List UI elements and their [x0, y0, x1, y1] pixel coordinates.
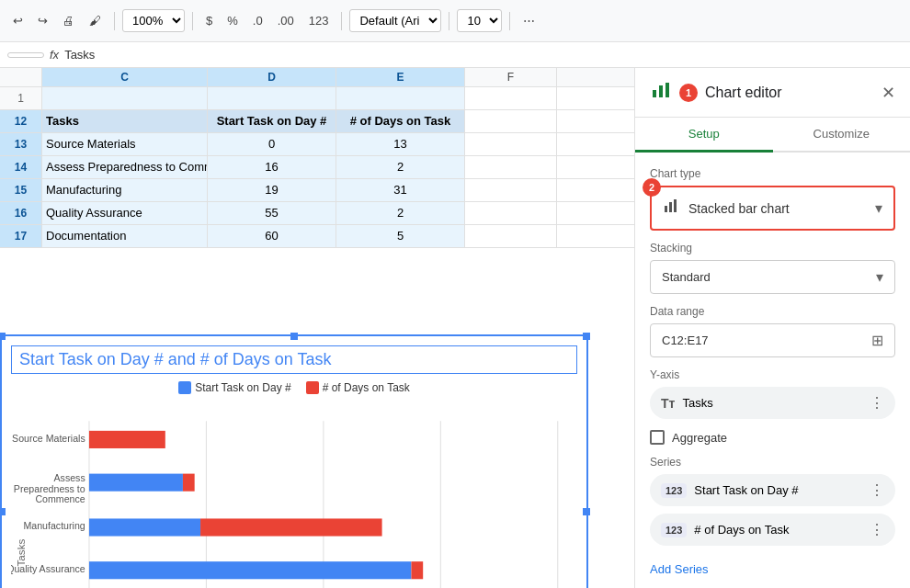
- series-badge-0: 123: [661, 483, 687, 498]
- cell-d17[interactable]: 60: [208, 225, 336, 247]
- legend-label-red: # of Days on Task: [323, 381, 410, 394]
- cell-c17[interactable]: Documentation: [42, 225, 208, 247]
- series-item-1[interactable]: 123 # of Days on Task ⋮: [650, 514, 895, 546]
- data-range-field[interactable]: C12:E17 ⊞: [650, 323, 895, 357]
- svg-rect-34: [674, 199, 677, 212]
- cell-c15[interactable]: Manufacturing: [42, 179, 208, 201]
- cell-e12[interactable]: # of Days on Task: [336, 110, 465, 132]
- col-header-c[interactable]: C: [42, 68, 208, 86]
- resize-handle-t[interactable]: [290, 333, 298, 340]
- cell-c16[interactable]: Quality Assurance: [42, 202, 208, 224]
- cell-d1[interactable]: [208, 87, 336, 109]
- cell-e15[interactable]: 31: [336, 179, 465, 201]
- cell-e13[interactable]: 13: [336, 133, 465, 155]
- decimal-increase-button[interactable]: .00: [272, 10, 300, 31]
- series-more-icon-0[interactable]: ⋮: [870, 481, 884, 499]
- stacking-label: Stacking: [650, 242, 895, 254]
- editor-tabs: Setup Customize: [635, 118, 910, 153]
- chart-type-label: Chart type: [650, 167, 895, 180]
- separator-4: [449, 12, 449, 30]
- percent-button[interactable]: %: [222, 10, 244, 31]
- cell-c12[interactable]: Tasks: [42, 110, 208, 132]
- paint-format-button[interactable]: 🖌: [84, 10, 107, 31]
- y-axis-label: Y-axis: [650, 368, 895, 381]
- undo-button[interactable]: ↩: [7, 10, 28, 31]
- chart-type-selector[interactable]: 2 Stacked bar chart ▾: [650, 186, 895, 231]
- print-button[interactable]: 🖨: [57, 10, 80, 31]
- toolbar: ↩ ↪ 🖨 🖌 100% $ % .0 .00 123 Default (Ari…: [0, 0, 910, 42]
- more-options-button[interactable]: ⋯: [518, 10, 540, 31]
- cell-c14[interactable]: Assess Preparedness to Commence: [42, 156, 208, 178]
- editor-title-row: 1 Chart editor: [650, 79, 782, 106]
- y-axis-more-icon[interactable]: ⋮: [870, 394, 884, 412]
- font-size-select[interactable]: 10: [457, 9, 502, 32]
- add-series-button[interactable]: Add Series: [650, 557, 895, 582]
- row-num-header: [0, 68, 42, 86]
- resize-handle-r[interactable]: [583, 508, 590, 515]
- decimal-decrease-button[interactable]: .0: [247, 10, 268, 31]
- close-button[interactable]: ✕: [882, 83, 895, 103]
- zoom-select[interactable]: 100%: [122, 9, 185, 32]
- series-label-1: # of Days on Task: [694, 523, 789, 537]
- row-num-15: 15: [0, 179, 42, 201]
- series-item-left-0: 123 Start Task on Day #: [661, 483, 799, 498]
- svg-rect-29: [653, 90, 656, 97]
- aggregate-checkbox[interactable]: [650, 430, 665, 445]
- chart-container[interactable]: Start Task on Day # # of Days on Task Ta…: [0, 334, 588, 588]
- cell-d15[interactable]: 19: [208, 179, 336, 201]
- chart-svg-wrapper: Tasks 0 20 40 60 80: [11, 401, 577, 588]
- cell-f16[interactable]: [465, 202, 557, 224]
- number-format-button[interactable]: 123: [303, 10, 335, 31]
- cell-c13[interactable]: Source Materials: [42, 133, 208, 155]
- cell-f13[interactable]: [465, 133, 557, 155]
- editor-body: Chart type 2 Stacked bar chart: [635, 153, 910, 588]
- cell-d13[interactable]: 0: [208, 133, 336, 155]
- cell-e14[interactable]: 2: [336, 156, 465, 178]
- cell-e17[interactable]: 5: [336, 225, 465, 247]
- resize-handle-tl[interactable]: [0, 333, 6, 340]
- cell-f12[interactable]: [465, 110, 557, 132]
- svg-rect-24: [89, 561, 411, 579]
- cell-d14[interactable]: 16: [208, 156, 336, 178]
- chart-title-input[interactable]: [11, 345, 577, 374]
- data-range-label: Data range: [650, 305, 895, 318]
- cell-f17[interactable]: [465, 225, 557, 247]
- cell-c1[interactable]: [42, 87, 208, 109]
- series-more-icon-1[interactable]: ⋮: [870, 521, 884, 538]
- font-select[interactable]: Default (Ari: [349, 9, 441, 32]
- svg-rect-33: [669, 202, 672, 212]
- cell-d12[interactable]: Start Task on Day #: [208, 110, 336, 132]
- cell-d16[interactable]: 55: [208, 202, 336, 224]
- cell-e1[interactable]: [336, 87, 465, 109]
- col-header-f[interactable]: F: [465, 68, 557, 86]
- currency-button[interactable]: $: [200, 10, 218, 31]
- y-axis-item[interactable]: Tт Tasks ⋮: [650, 387, 895, 419]
- svg-rect-14: [89, 431, 165, 448]
- grid-icon[interactable]: ⊞: [871, 332, 883, 349]
- resize-handle-tr[interactable]: [583, 333, 590, 340]
- bar-chart-icon: [663, 197, 681, 220]
- series-item-0[interactable]: 123 Start Task on Day # ⋮: [650, 474, 895, 506]
- legend-label-blue: Start Task on Day #: [195, 381, 291, 394]
- cell-f15[interactable]: [465, 179, 557, 201]
- resize-handle-l[interactable]: [0, 508, 6, 515]
- formula-bar: fx Tasks: [0, 42, 910, 68]
- column-headers: C D E F: [0, 68, 634, 87]
- redo-button[interactable]: ↪: [32, 10, 53, 31]
- col-header-d[interactable]: D: [208, 68, 336, 86]
- row-num-13: 13: [0, 133, 42, 155]
- cell-f1[interactable]: [465, 87, 557, 109]
- row-num-12: 12: [0, 110, 42, 132]
- data-range-section: Data range C12:E17 ⊞: [650, 305, 895, 357]
- tab-customize[interactable]: Customize: [773, 118, 911, 153]
- chart-type-section: Chart type 2 Stacked bar chart: [650, 167, 895, 231]
- chart-type-value: Stacked bar chart: [688, 201, 790, 216]
- stacking-dropdown[interactable]: Standard ▾: [650, 260, 895, 294]
- row-empty-1: 1: [0, 87, 634, 110]
- stacking-value: Standard: [662, 270, 711, 284]
- col-header-e[interactable]: E: [336, 68, 465, 86]
- cell-e16[interactable]: 2: [336, 202, 465, 224]
- cell-f14[interactable]: [465, 156, 557, 178]
- badge-2: 2: [643, 178, 661, 197]
- tab-setup[interactable]: Setup: [635, 118, 773, 153]
